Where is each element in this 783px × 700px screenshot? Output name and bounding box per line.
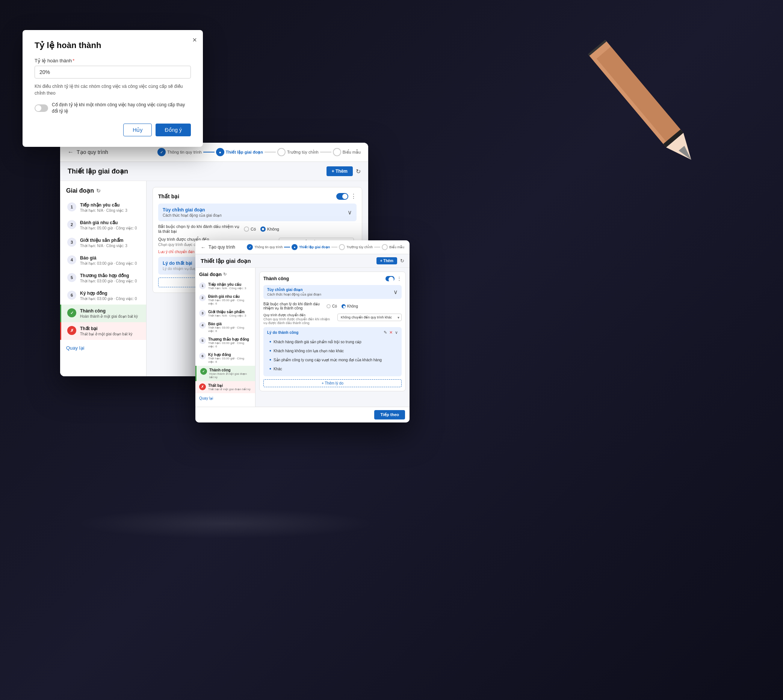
add-reason-2-button[interactable]: + Thêm lý do (264, 379, 402, 387)
radio-no-circle (260, 227, 265, 232)
back-arrow-2-icon[interactable]: ← (200, 245, 205, 250)
completion-rate-input[interactable] (35, 66, 191, 78)
toggle-row: Cố định tỷ lệ khi một nhóm công việc hay… (35, 102, 191, 115)
item-2-info-4: Báo giá Thời hạn: 03:00 giờ · Công việc:… (208, 322, 251, 333)
radio-yes-circle (244, 227, 249, 232)
item-info-fail: Thất bại Thất bại ở một giai đoạn bất kỳ (80, 326, 140, 336)
modal-close-button[interactable]: × (192, 36, 197, 43)
card-2-toggle[interactable] (386, 276, 394, 281)
section-2-subtitle: Cách thức hoạt động của giai đoạn (267, 293, 321, 296)
refresh-2-icon[interactable]: ↻ (400, 258, 404, 263)
expand-2-icon[interactable]: ∨ (393, 288, 398, 295)
sidebar-item-success[interactable]: ✓ Thành công Hoàn thành ở một giai đoạn … (60, 305, 146, 322)
sidebar-2-item-fail[interactable]: ✗ Thất bại Thất bại ở một giai đoạn bất … (195, 381, 255, 393)
second-app-window: ← Tạo quy trình ✓ Thông tin quy trình ● … (195, 240, 409, 422)
radio-2-no-circle (342, 304, 346, 308)
reason-2-delete-icon[interactable]: ✕ (389, 330, 392, 335)
customize-section-2: Tùy chỉnh giai đoạn Cách thức hoạt động … (264, 285, 402, 299)
reason-2-expand-icon[interactable]: ∨ (395, 330, 398, 335)
item-2-info-1: Tiếp nhận yêu cầu Thời hạn: N/A · Công v… (208, 282, 251, 290)
card-2-header: Thành công ⋮ (264, 276, 402, 281)
step-2-3-circle (339, 244, 345, 250)
process-2-select[interactable]: Không chuyển đến quy trình khác (337, 313, 402, 321)
radio-2-yes-circle (327, 304, 331, 308)
section-title: Tùy chỉnh giai đoạn (163, 207, 222, 213)
back-link[interactable]: Quay lại (60, 340, 146, 356)
page-2-title: Thiết lập giai đoạn (200, 258, 251, 264)
radio-group-2: Có Không (327, 304, 358, 308)
step-2-1-circle: ✓ (247, 244, 253, 250)
section-title-group: Tùy chỉnh giai đoạn Cách thức hoạt động … (163, 207, 222, 217)
step-2-2-circle: ● (292, 244, 297, 250)
sidebar-2-item-3[interactable]: 3 Giới thiệu sản phẩm Thời hạn: N/A · Cô… (195, 308, 255, 320)
step-connector-3 (320, 152, 331, 152)
item-2-number-2: 2 (199, 294, 206, 301)
sidebar-2-item-5[interactable]: 5 Thương thảo hợp đồng Thời hạn: 03:00 g… (195, 335, 255, 350)
step-connector-1 (203, 152, 215, 152)
header-actions: + Thêm ↻ (327, 167, 361, 176)
item-2-info-fail: Thất bại Thất bại ở một giai đoạn bất kỳ (208, 383, 251, 391)
more-options-icon[interactable]: ⋮ (351, 193, 357, 200)
sidebar-item-2[interactable]: 2 Đánh giá nhu cầu Thời hạn: 05:00 giờ ·… (60, 216, 146, 234)
section-2-title: Tùy chỉnh giai đoạn (267, 288, 321, 292)
item-number-6: 6 (67, 291, 76, 300)
step-2-3-label: Trường tùy chỉnh (346, 245, 373, 249)
sidebar-item-4[interactable]: 4 Báo giá Thời hạn: 03:00 giờ · Công việ… (60, 252, 146, 269)
add-button[interactable]: + Thêm (327, 167, 353, 176)
sidebar-refresh-icon[interactable]: ↻ (96, 188, 101, 194)
process-2-select-wrapper: Không chuyển đến quy trình khác (337, 313, 402, 321)
item-info-3: Giới thiệu sản phẩm Thời hạn: N/A · Công… (80, 238, 140, 248)
card-toggle[interactable] (336, 193, 348, 200)
card-actions: ⋮ (336, 193, 357, 200)
content-card-2: Thành công ⋮ Tùy chỉnh giai đoạn Cách th… (259, 272, 406, 391)
step-3-circle (277, 148, 285, 156)
sidebar-item-fail[interactable]: ✗ Thất bại Thất bại ở một giai đoạn bất … (60, 322, 146, 340)
reason-item-1: Khách hàng đánh giá sản phẩm nổi trội so… (267, 337, 398, 346)
sidebar-2-item-1[interactable]: 1 Tiếp nhận yêu cầu Thời hạn: N/A · Công… (195, 280, 255, 292)
sidebar-item-3[interactable]: 3 Giới thiệu sản phẩm Thời hạn: N/A · Cô… (60, 234, 146, 252)
add-button-2[interactable]: + Thêm (376, 257, 397, 264)
item-number-fail: ✗ (67, 326, 76, 335)
cancel-button[interactable]: Hủy (123, 123, 152, 136)
sidebar-item-6[interactable]: 6 Ký hợp đồng Thời hạn: 03:00 giờ · Công… (60, 287, 146, 305)
sidebar-2-title: Giai đoạn ↻ (195, 272, 255, 280)
sidebar-2-item-2[interactable]: 2 Đánh giá nhu cầu Thời hạn: 05:00 giờ ·… (195, 292, 255, 308)
next-button[interactable]: Tiếp theo (374, 410, 405, 420)
expand-icon[interactable]: ∨ (347, 209, 352, 216)
radio-no[interactable]: Không (260, 227, 279, 232)
item-2-number-5: 5 (199, 337, 206, 344)
radio-yes[interactable]: Có (244, 227, 256, 232)
step-1-circle: ✓ (157, 148, 166, 156)
step-3-label: Trường tùy chỉnh (287, 150, 319, 155)
modal-label: Tỷ lệ hoàn thành* (35, 58, 191, 63)
fix-rate-toggle[interactable] (35, 104, 48, 112)
window-2-body: Giai đoạn ↻ 1 Tiếp nhận yêu cầu Thời hạn… (195, 268, 409, 407)
reason-item-4: Khác (267, 364, 398, 373)
radio-2-no[interactable]: Không (342, 304, 358, 308)
sidebar-2-item-6[interactable]: 6 Ký hợp đồng Thời hạn: 03:00 giờ · Công… (195, 350, 255, 366)
back-arrow-icon[interactable]: ← (68, 149, 73, 155)
window-2-header: ← Tạo quy trình ✓ Thông tin quy trình ● … (195, 240, 409, 254)
sidebar-2-item-4[interactable]: 4 Báo giá Thời hạn: 03:00 giờ · Công việ… (195, 320, 255, 335)
reason-item-2: Khách hàng không còn lựa chọn nào khác (267, 346, 398, 355)
header-2-title: Tạo quy trình (209, 245, 235, 250)
sidebar-item-1[interactable]: 1 Tiếp nhận yêu cầu Thời hạn: N/A · Công… (60, 199, 146, 216)
card-2-actions: ⋮ (386, 276, 402, 281)
refresh-icon[interactable]: ↻ (356, 168, 361, 175)
step-2-connector-1 (284, 247, 290, 247)
back-link-2[interactable]: Quay lại (195, 393, 255, 403)
field-2-transfer-process: Quy trình được chuyển đến Chọn quy trình… (264, 313, 402, 325)
item-info-4: Báo giá Thời hạn: 03:00 giờ · Công việc:… (80, 255, 140, 265)
sidebar-item-5[interactable]: 5 Thương thảo hợp đồng Thời hạn: 03:00 g… (60, 269, 146, 287)
header-left: ← Tạo quy trình (68, 149, 108, 155)
reason-2-edit-icon[interactable]: ✎ (384, 330, 387, 335)
confirm-button[interactable]: Đồng ý (155, 123, 191, 136)
step-2-4-label: Biểu mẫu (389, 245, 404, 249)
sidebar-2-item-success[interactable]: ✓ Thành công Hoàn thành ở một giai đoạn … (195, 366, 255, 381)
step-2-4-circle (382, 244, 388, 250)
field-2-2-row: Quy trình được chuyển đến Chọn quy trình… (264, 313, 402, 325)
radio-2-yes[interactable]: Có (327, 304, 337, 308)
radio-group-1: Có Không (244, 227, 279, 232)
sidebar-2-refresh[interactable]: ↻ (223, 272, 227, 277)
more-options-2-icon[interactable]: ⋮ (397, 276, 402, 281)
